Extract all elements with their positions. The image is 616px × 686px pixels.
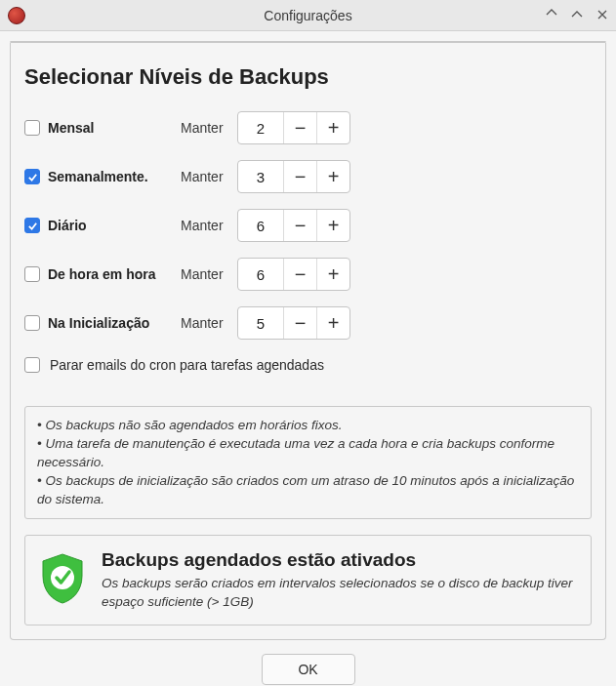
- ok-button[interactable]: OK: [262, 654, 355, 685]
- app-icon: [8, 7, 25, 24]
- spinner-hora: 6 − +: [237, 258, 350, 291]
- increment-icon[interactable]: +: [316, 258, 349, 291]
- status-desc: Os backups serão criados em intervalos s…: [102, 575, 577, 610]
- close-icon[interactable]: [596, 8, 608, 23]
- label-boot: Na Inicialização: [48, 315, 149, 331]
- window-title: Configurações: [0, 8, 616, 23]
- info-line: • Os backups de inicialização são criado…: [37, 472, 579, 509]
- spinner-boot: 5 − +: [237, 306, 350, 340]
- decrement-icon[interactable]: −: [283, 111, 316, 144]
- svg-point-0: [51, 566, 74, 589]
- spinner-value-hora[interactable]: 6: [238, 266, 283, 283]
- label-hora: De hora em hora: [48, 266, 155, 282]
- checkbox-mensal[interactable]: [24, 120, 40, 136]
- keep-label: Manter: [181, 120, 237, 136]
- spinner-value-diario[interactable]: 6: [238, 218, 283, 234]
- spinner-value-mensal[interactable]: 2: [238, 120, 283, 137]
- increment-icon[interactable]: +: [316, 209, 349, 242]
- keep-label: Manter: [181, 218, 237, 233]
- titlebar: Configurações: [0, 0, 616, 31]
- decrement-icon[interactable]: −: [283, 209, 316, 242]
- label-semanal: Semanalmente.: [48, 169, 148, 184]
- info-line: • Uma tarefa de manutenção é executada u…: [37, 435, 579, 472]
- maximize-icon[interactable]: [571, 8, 583, 23]
- label-stop-cron: Parar emails do cron para tarefas agenda…: [50, 357, 324, 373]
- checkbox-boot[interactable]: [24, 315, 40, 331]
- status-title: Backups agendados estão ativados: [102, 549, 577, 571]
- spinner-semanal: 3 − +: [237, 160, 350, 193]
- info-line: • Os backups não são agendados em horári…: [37, 417, 579, 435]
- keep-label: Manter: [181, 266, 237, 282]
- checkbox-stop-cron[interactable]: [24, 357, 40, 373]
- dialog-button-row: OK: [10, 640, 606, 685]
- level-row-boot: Na Inicialização Manter 5 − +: [24, 306, 592, 340]
- increment-icon[interactable]: +: [316, 160, 349, 193]
- spinner-diario: 6 − +: [237, 209, 350, 242]
- decrement-icon[interactable]: −: [283, 160, 316, 193]
- decrement-icon[interactable]: −: [283, 306, 316, 340]
- spinner-value-semanal[interactable]: 3: [238, 169, 283, 185]
- keep-label: Manter: [181, 169, 237, 184]
- spinner-mensal: 2 − +: [237, 111, 350, 144]
- label-diario: Diário: [48, 218, 87, 233]
- checkbox-semanal[interactable]: [24, 169, 40, 184]
- shield-check-icon: [39, 552, 86, 608]
- keep-label: Manter: [181, 315, 237, 331]
- level-row-hora: De hora em hora Manter 6 − +: [24, 258, 592, 291]
- spinner-value-boot[interactable]: 5: [238, 315, 283, 332]
- checkbox-diario[interactable]: [24, 218, 40, 233]
- minimize-icon[interactable]: [546, 8, 557, 23]
- tab-panel-agendamento: Selecionar Níveis de Backups Mensal Mant…: [10, 43, 606, 640]
- level-row-diario: Diário Manter 6 − +: [24, 209, 592, 242]
- decrement-icon[interactable]: −: [283, 258, 316, 291]
- level-row-mensal: Mensal Manter 2 − +: [24, 111, 592, 144]
- label-mensal: Mensal: [48, 120, 94, 136]
- level-row-semanal: Semanalmente. Manter 3 − +: [24, 160, 592, 193]
- status-box: Backups agendados estão ativados Os back…: [24, 535, 592, 625]
- section-title: Selecionar Níveis de Backups: [24, 64, 592, 90]
- info-box: • Os backups não são agendados em horári…: [24, 406, 592, 519]
- stop-cron-row: Parar emails do cron para tarefas agenda…: [24, 357, 592, 373]
- checkbox-hora[interactable]: [24, 266, 40, 282]
- increment-icon[interactable]: +: [316, 306, 349, 340]
- increment-icon[interactable]: +: [316, 111, 349, 144]
